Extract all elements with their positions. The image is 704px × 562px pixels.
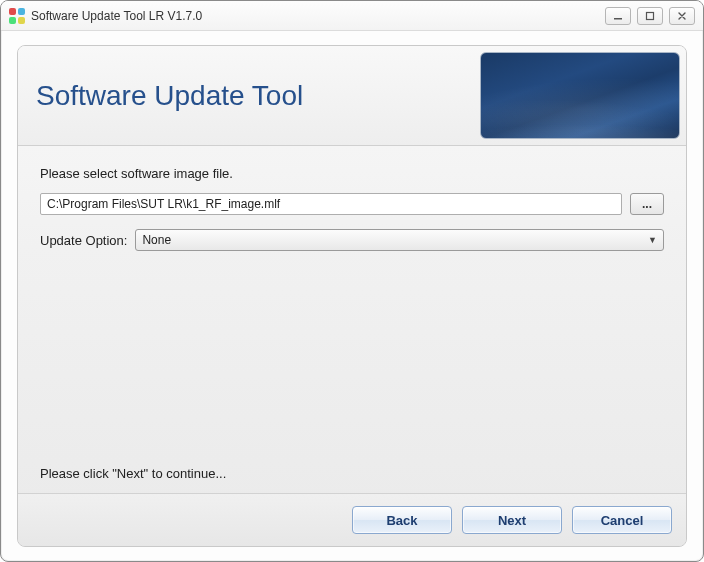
update-option-value: None [142,233,648,247]
app-window: Software Update Tool LR V1.7.0 Software … [0,0,704,562]
client-area: Software Update Tool Please select softw… [1,31,703,561]
close-button[interactable] [669,7,695,25]
app-icon [9,8,25,24]
form-body: Please select software image file. ... U… [18,146,686,493]
window-title: Software Update Tool LR V1.7.0 [31,9,605,23]
wizard-footer: Back Next Cancel [18,493,686,546]
svg-rect-1 [647,12,654,19]
spacer [40,251,664,466]
next-button[interactable]: Next [462,506,562,534]
back-button[interactable]: Back [352,506,452,534]
image-file-path-input[interactable] [40,193,622,215]
update-option-select[interactable]: None ▼ [135,229,664,251]
titlebar: Software Update Tool LR V1.7.0 [1,1,703,31]
browse-button[interactable]: ... [630,193,664,215]
window-controls [605,7,695,25]
hero-decoration [480,52,680,139]
hero-banner: Software Update Tool [18,46,686,146]
instruction-text: Please select software image file. [40,166,664,181]
svg-rect-0 [614,18,622,20]
hero-left: Software Update Tool [18,46,480,145]
minimize-button[interactable] [605,7,631,25]
chevron-down-icon: ▼ [648,235,657,245]
maximize-button[interactable] [637,7,663,25]
hint-text: Please click "Next" to continue... [40,466,664,481]
update-option-row: Update Option: None ▼ [40,229,664,251]
content-card: Software Update Tool Please select softw… [17,45,687,547]
update-option-label: Update Option: [40,233,127,248]
file-select-row: ... [40,193,664,215]
cancel-button[interactable]: Cancel [572,506,672,534]
page-title: Software Update Tool [36,80,303,112]
